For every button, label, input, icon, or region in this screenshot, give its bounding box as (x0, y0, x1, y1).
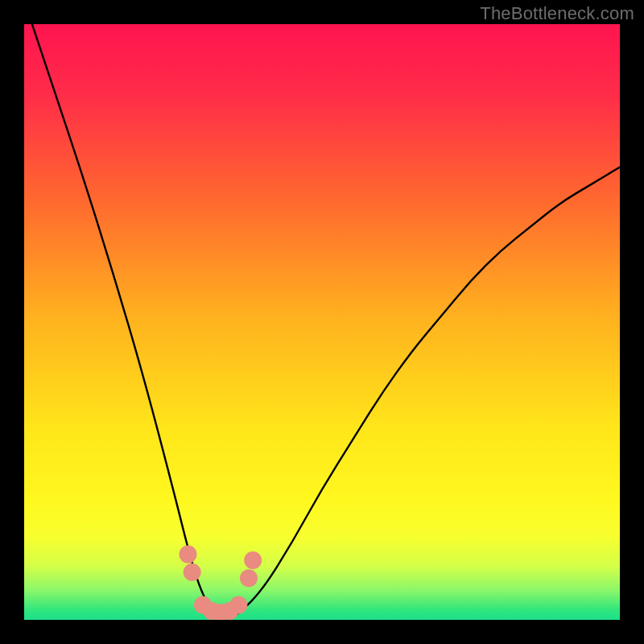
marker-dot (229, 597, 247, 614)
chart-area (24, 24, 620, 620)
marker-dot (244, 551, 262, 569)
marker-dot (240, 569, 258, 587)
marker-dot (184, 564, 201, 581)
bottleneck-chart (24, 24, 620, 620)
attribution-text: TheBottleneck.com (480, 3, 634, 24)
marker-dot (180, 546, 197, 564)
outer-frame: TheBottleneck.com (0, 0, 644, 644)
gradient-background (24, 24, 620, 620)
